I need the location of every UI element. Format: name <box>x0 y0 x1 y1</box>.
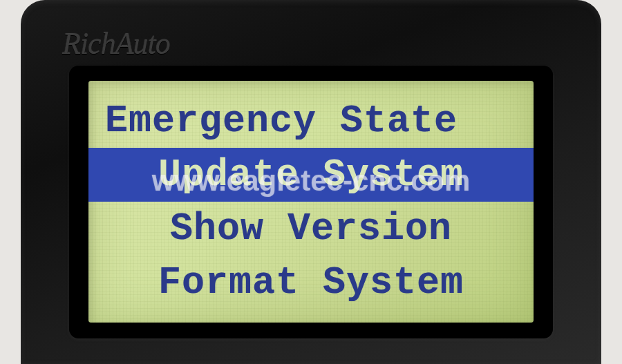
device-body: RichAuto Emergency State Update System S… <box>21 0 601 364</box>
screen-bezel: Emergency State Update System Show Versi… <box>69 66 553 338</box>
menu-item-format-system[interactable]: Format System <box>105 256 517 309</box>
brand-label: RichAuto <box>62 26 170 61</box>
lcd-screen: Emergency State Update System Show Versi… <box>88 81 534 323</box>
menu-item-emergency-state[interactable]: Emergency State <box>105 94 517 148</box>
menu-item-show-version[interactable]: Show Version <box>105 202 517 256</box>
menu-item-update-system[interactable]: Update System <box>88 148 534 202</box>
